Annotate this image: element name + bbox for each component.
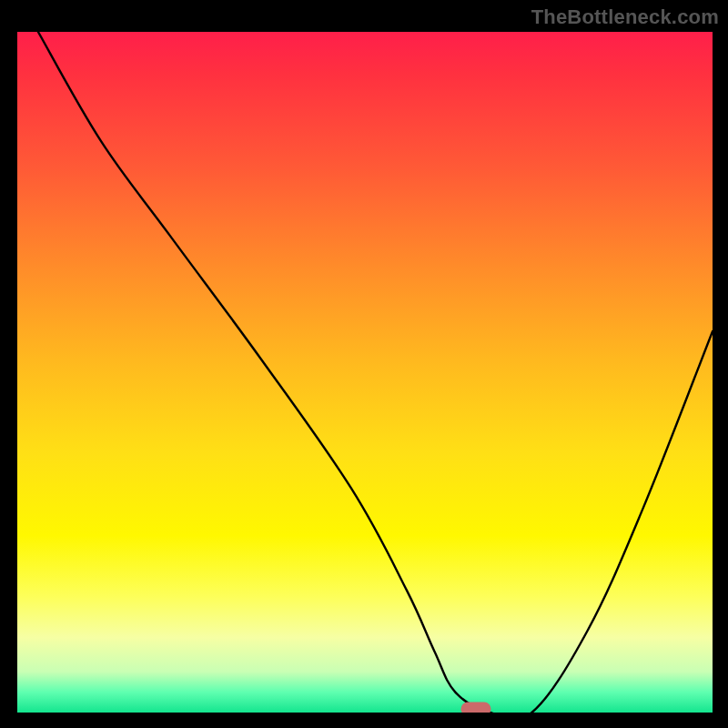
plot-area bbox=[17, 32, 713, 713]
optimal-marker bbox=[461, 703, 491, 713]
chart-frame: TheBottleneck.com bbox=[0, 0, 728, 728]
bottleneck-curve bbox=[17, 32, 713, 713]
watermark-text: TheBottleneck.com bbox=[531, 5, 719, 29]
